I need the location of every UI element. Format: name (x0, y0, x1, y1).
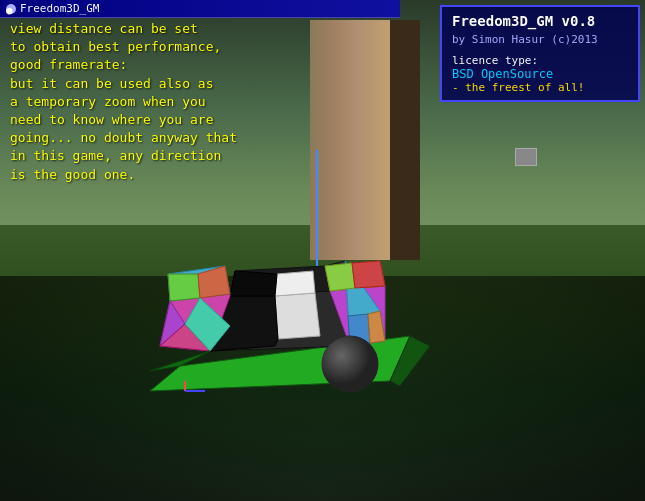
info-panel: Freedom3D_GM v0.8 by Simon Hasur (c)2013… (440, 5, 640, 102)
licence-label: licence type: (452, 54, 628, 67)
titlebar-title: Freedom3D_GM (20, 2, 99, 15)
game-text-line4: but it can be used also as (10, 75, 237, 93)
svg-marker-20 (352, 261, 385, 288)
svg-point-24 (322, 336, 378, 392)
game-text-panel: view distance can be set to obtain best … (10, 20, 237, 184)
game-text-line6: need to know where you are (10, 111, 237, 129)
game-container: ● Freedom3D_GM Freedom3D_GM v0.8 by Simo… (0, 0, 645, 501)
licence-desc: - the freest of all! (452, 81, 628, 94)
vehicle-svg (130, 206, 430, 406)
mini-icon (515, 148, 537, 166)
game-text-line9: is the good one. (10, 166, 237, 184)
game-text-line7: going... no doubt anyway that (10, 129, 237, 147)
svg-marker-8 (230, 271, 277, 296)
game-text-line3: good framerate: (10, 56, 237, 74)
svg-marker-11 (168, 274, 200, 301)
window-titlebar: ● Freedom3D_GM (0, 0, 400, 18)
svg-marker-5 (275, 293, 320, 339)
game-title: Freedom3D_GM v0.8 (452, 13, 628, 29)
game-text-line2: to obtain best performance, (10, 38, 237, 56)
author-text: by Simon Hasur (c)2013 (452, 33, 628, 46)
game-text-line5: a temporary zoom when you (10, 93, 237, 111)
game-text-line1: view distance can be set (10, 20, 237, 38)
licence-type: BSD OpenSource (452, 67, 628, 81)
vehicle-3d (130, 206, 430, 406)
svg-marker-19 (325, 263, 355, 291)
game-text-line8: in this game, any direction (10, 147, 237, 165)
svg-marker-6 (275, 271, 315, 296)
titlebar-dot: ● (6, 4, 16, 14)
